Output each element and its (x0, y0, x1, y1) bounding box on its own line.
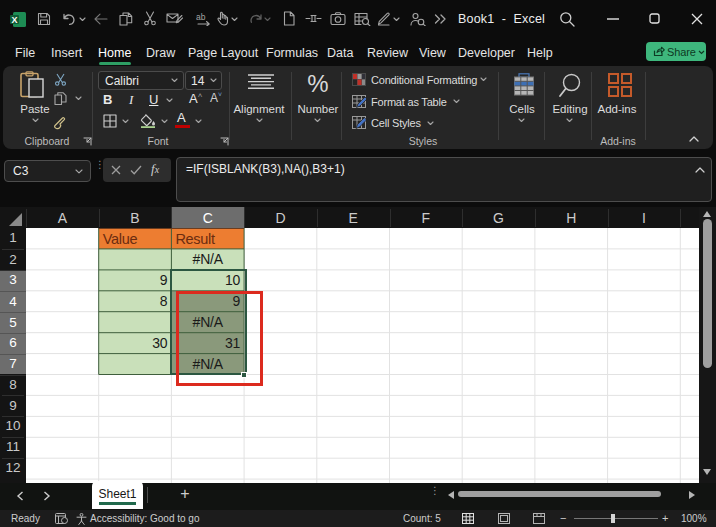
svg-text:X: X (11, 15, 17, 25)
svg-text:ab: ab (196, 12, 206, 22)
